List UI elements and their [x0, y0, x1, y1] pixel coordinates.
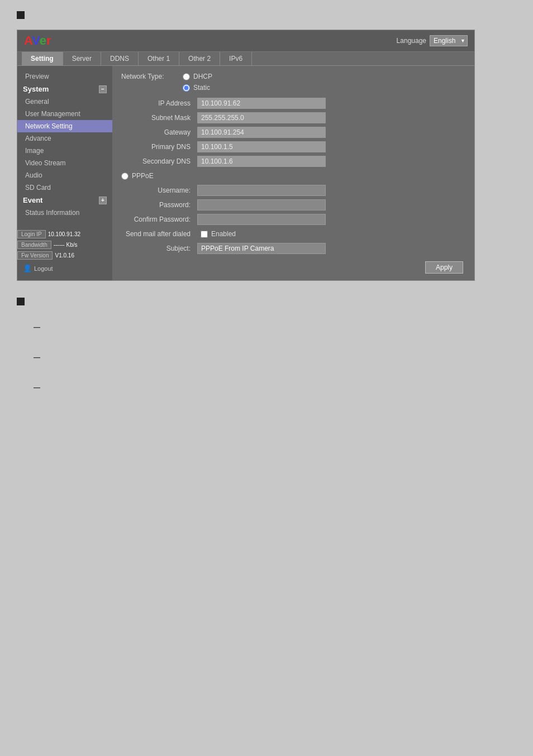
- secondary-dns-label: Secondary DNS: [121, 154, 194, 169]
- secondary-dns-input[interactable]: [197, 156, 326, 167]
- password-input[interactable]: [197, 199, 326, 210]
- gateway-label: Gateway: [121, 125, 194, 140]
- login-ip-button[interactable]: Login IP: [17, 230, 46, 238]
- tab-other2[interactable]: Other 2: [179, 52, 220, 65]
- fw-version-row: Fw Version V1.0.16: [17, 251, 112, 260]
- username-input[interactable]: [197, 185, 326, 196]
- gateway-row: Gateway: [121, 125, 465, 140]
- login-ip-row: Login IP 10.100.91.32: [17, 230, 112, 238]
- subnet-mask-row: Subnet Mask: [121, 111, 465, 125]
- fw-version-value: V1.0.16: [55, 252, 74, 259]
- camera-ui-panel: AVer Language English Setting Server DDN…: [17, 30, 475, 281]
- dhcp-option[interactable]: DHCP: [183, 73, 212, 80]
- ip-address-row: IP Address: [121, 96, 465, 111]
- password-label: Password:: [121, 198, 194, 212]
- sidebar-item-video-stream[interactable]: Video Stream: [17, 157, 112, 169]
- enabled-checkbox[interactable]: [201, 231, 208, 238]
- bandwidth-value: ------ Kb/s: [54, 242, 78, 248]
- enabled-label: Enabled: [211, 230, 236, 238]
- static-option[interactable]: Static: [183, 84, 212, 92]
- subject-row: Subject:: [121, 241, 465, 256]
- pppoe-label: PPPoE: [132, 172, 154, 180]
- logout-row[interactable]: 👤 Logout: [17, 262, 112, 275]
- section-marker-1: [17, 11, 25, 19]
- password-row: Password:: [121, 198, 465, 212]
- sidebar-item-status-info[interactable]: Status Information: [17, 207, 112, 219]
- send-mail-row: Send mail after dialed Enabled: [121, 227, 465, 241]
- sidebar-status-area: Login IP 10.100.91.32 Bandwidth ------ K…: [17, 230, 112, 260]
- sidebar-item-user-management[interactable]: User Management: [17, 108, 112, 120]
- primary-dns-row: Primary DNS: [121, 140, 465, 154]
- ip-address-input[interactable]: [197, 98, 326, 109]
- sidebar-item-audio[interactable]: Audio: [17, 169, 112, 181]
- language-bar: Language English: [397, 35, 468, 46]
- dhcp-label: DHCP: [193, 73, 212, 80]
- logo: AVer: [24, 34, 51, 48]
- sidebar-item-advance[interactable]: Advance: [17, 132, 112, 145]
- fw-version-button[interactable]: Fw Version: [17, 251, 53, 260]
- sidebar-item-preview[interactable]: Preview: [17, 70, 112, 83]
- language-select[interactable]: English: [430, 35, 468, 46]
- apply-btn-row: Apply: [121, 261, 465, 274]
- subject-input[interactable]: [197, 243, 326, 254]
- section-marker-2: [17, 298, 25, 305]
- static-label: Static: [193, 84, 210, 92]
- sidebar: Preview System − General User Management…: [17, 66, 112, 280]
- user-icon: 👤: [23, 264, 32, 272]
- sidebar-section-event: Event +: [17, 194, 112, 207]
- pppoe-fields-table: Username: Password: Confirm Password: Se…: [121, 183, 465, 256]
- system-collapse-icon[interactable]: −: [99, 85, 107, 93]
- sidebar-item-image[interactable]: Image: [17, 145, 112, 157]
- subject-label: Subject:: [121, 241, 194, 256]
- ip-address-label: IP Address: [121, 96, 194, 111]
- static-fields-table: IP Address Subnet Mask Gateway Primary D…: [121, 96, 465, 169]
- bullet-item-2: —: [34, 353, 499, 361]
- subnet-mask-input[interactable]: [197, 112, 326, 123]
- language-select-wrap[interactable]: English: [430, 35, 468, 46]
- bullet-item-3: —: [34, 384, 499, 391]
- confirm-password-label: Confirm Password:: [121, 212, 194, 227]
- send-mail-label: Send mail after dialed: [121, 227, 194, 241]
- confirm-password-input[interactable]: [197, 214, 326, 225]
- dash-1: —: [34, 323, 40, 331]
- tab-setting[interactable]: Setting: [22, 52, 63, 65]
- network-type-section: Network Type: DHCP Static: [121, 73, 465, 92]
- gateway-input[interactable]: [197, 127, 326, 138]
- language-label: Language: [397, 37, 426, 45]
- primary-dns-label: Primary DNS: [121, 140, 194, 154]
- bandwidth-row: Bandwidth ------ Kb/s: [17, 241, 112, 249]
- bandwidth-button[interactable]: Bandwidth: [17, 241, 51, 249]
- apply-button[interactable]: Apply: [425, 261, 463, 274]
- tab-ipv6[interactable]: IPv6: [220, 52, 252, 65]
- bullet-item-1: —: [34, 323, 499, 331]
- tab-other1[interactable]: Other 1: [139, 52, 179, 65]
- secondary-dns-row: Secondary DNS: [121, 154, 465, 169]
- dhcp-radio[interactable]: [183, 73, 190, 80]
- logout-label[interactable]: Logout: [34, 265, 53, 272]
- main-layout: Preview System − General User Management…: [17, 66, 474, 280]
- network-type-label: Network Type:: [121, 73, 177, 80]
- primary-dns-input[interactable]: [197, 141, 326, 152]
- tab-server[interactable]: Server: [63, 52, 101, 65]
- login-ip-value: 10.100.91.32: [48, 231, 80, 237]
- username-row: Username:: [121, 183, 465, 198]
- subnet-mask-label: Subnet Mask: [121, 111, 194, 125]
- network-type-radio-group: DHCP Static: [183, 73, 212, 92]
- pppoe-radio[interactable]: [121, 173, 129, 180]
- content-area: Network Type: DHCP Static: [112, 66, 474, 280]
- sidebar-item-general[interactable]: General: [17, 95, 112, 108]
- sidebar-item-network-setting[interactable]: Network Setting: [17, 120, 112, 132]
- sidebar-item-sd-card[interactable]: SD Card: [17, 181, 112, 194]
- confirm-password-row: Confirm Password:: [121, 212, 465, 227]
- nav-tabs: Setting Server DDNS Other 1 Other 2 IPv6: [17, 52, 474, 66]
- username-label: Username:: [121, 183, 194, 198]
- event-expand-icon[interactable]: +: [99, 197, 107, 204]
- header-bar: AVer Language English: [17, 30, 474, 52]
- pppoe-row: PPPoE: [121, 172, 465, 180]
- pppoe-option[interactable]: PPPoE: [121, 172, 154, 180]
- static-radio[interactable]: [183, 84, 190, 92]
- tab-ddns[interactable]: DDNS: [101, 52, 139, 65]
- dash-2: —: [34, 353, 40, 361]
- bottom-section: — — —: [17, 316, 516, 399]
- enabled-checkbox-row: Enabled: [197, 228, 462, 240]
